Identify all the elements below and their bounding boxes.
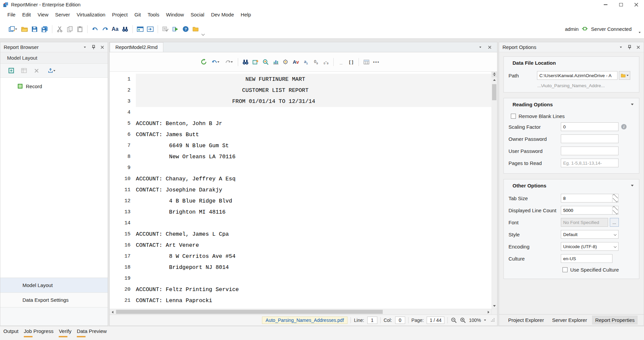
collapse-reading-options-icon[interactable] bbox=[631, 104, 634, 105]
line-text[interactable]: ACCOUNT: Feltz Printing Service bbox=[136, 284, 239, 295]
menu-item-help[interactable]: Help bbox=[237, 10, 255, 19]
line-text[interactable]: 8 W Cerritos Ave #54 bbox=[136, 251, 235, 262]
menu-item-social[interactable]: Social bbox=[187, 10, 208, 19]
document-tab[interactable]: ReportModel2.Rmd bbox=[110, 42, 163, 52]
open-file-button[interactable] bbox=[19, 24, 30, 34]
number-format-icon[interactable]: 0-9 bbox=[321, 57, 331, 67]
dataflow-designer-icon[interactable] bbox=[135, 24, 145, 34]
collapse-other-options-icon[interactable] bbox=[631, 185, 634, 186]
verify-icon[interactable] bbox=[160, 24, 170, 34]
close-panel-icon[interactable] bbox=[636, 45, 641, 50]
export-dropdown-icon[interactable] bbox=[53, 70, 55, 71]
tab-report-properties[interactable]: Report Properties bbox=[592, 316, 638, 325]
tree-item-record[interactable]: Record bbox=[0, 82, 108, 91]
line-text[interactable]: CONTACT: James Butt bbox=[136, 129, 199, 140]
vertical-scrollbar[interactable] bbox=[491, 72, 497, 309]
zoom-level[interactable]: 100% bbox=[469, 318, 481, 323]
line-text[interactable]: NEW FURTINURE MART bbox=[136, 74, 305, 85]
tab-server-explorer[interactable]: Server Explorer bbox=[549, 316, 590, 325]
brackets-icon[interactable]: [ ] bbox=[346, 57, 356, 67]
spin-down-icon[interactable] bbox=[612, 198, 618, 202]
user-name[interactable]: admin bbox=[565, 26, 579, 32]
auto-create-fields-icon[interactable] bbox=[251, 57, 261, 67]
pin-icon[interactable] bbox=[91, 45, 96, 50]
scroll-down-icon[interactable] bbox=[491, 303, 497, 309]
displayed-line-count-input[interactable] bbox=[561, 206, 612, 214]
menu-item-virtualization[interactable]: Virtualization bbox=[73, 10, 109, 19]
pin-icon[interactable] bbox=[627, 45, 632, 50]
close-panel-icon[interactable] bbox=[100, 45, 105, 50]
save-button[interactable] bbox=[30, 24, 40, 34]
culture-input[interactable] bbox=[561, 254, 612, 263]
sort-alpha-icon[interactable]: az bbox=[301, 57, 311, 67]
font-case-icon[interactable]: Aa bbox=[110, 24, 120, 34]
line-text[interactable]: ACCOUNT: Chemel, James L Cpa bbox=[136, 229, 229, 240]
table-view-icon[interactable] bbox=[361, 57, 371, 67]
menu-item-git[interactable]: Git bbox=[131, 10, 144, 19]
tab-size-input[interactable] bbox=[561, 194, 612, 202]
line-text[interactable]: ACCOUNT: Chanay, Jeffrey A Esq bbox=[136, 173, 235, 184]
browse-path-button[interactable] bbox=[619, 71, 630, 80]
find-icon[interactable] bbox=[120, 24, 130, 34]
browse-folder-icon[interactable] bbox=[191, 24, 201, 34]
paste-icon[interactable] bbox=[75, 24, 85, 34]
menu-item-file[interactable]: File bbox=[4, 10, 19, 19]
menu-item-view[interactable]: View bbox=[34, 10, 52, 19]
line-text[interactable]: CUSTOMER LIST REPORT bbox=[136, 85, 309, 96]
line-text[interactable]: FROM 01/01/14 TO 12/31/14 bbox=[136, 96, 315, 107]
workflow-designer-icon[interactable] bbox=[145, 24, 155, 34]
tab-size-stepper[interactable] bbox=[561, 194, 619, 203]
scaling-factor-input[interactable] bbox=[561, 122, 619, 131]
redo-icon[interactable] bbox=[100, 24, 110, 34]
export-layout-icon[interactable] bbox=[45, 67, 57, 75]
source-file-link[interactable]: Auto_Parsing_Names_Addresses.pdf bbox=[262, 317, 347, 324]
use-specified-culture-checkbox[interactable] bbox=[562, 267, 568, 272]
font-browse-button[interactable]: ... bbox=[610, 218, 619, 227]
line-text[interactable]: Brighton MI 48116 bbox=[136, 207, 225, 218]
menu-item-window[interactable]: Window bbox=[163, 10, 187, 19]
cut-icon[interactable] bbox=[55, 24, 65, 34]
split-editor-handle[interactable] bbox=[491, 72, 497, 77]
scroll-up-icon[interactable] bbox=[491, 77, 497, 83]
sort-numeric-icon[interactable]: 09 bbox=[311, 57, 321, 67]
encoding-select[interactable]: Unicode (UTF-8) bbox=[561, 242, 619, 251]
line-text[interactable]: 4 B Blue Ridge Blvd bbox=[136, 195, 232, 207]
menu-item-dev-mode[interactable]: Dev Mode bbox=[208, 10, 237, 19]
panel-item-model-layout[interactable]: Model Layout bbox=[0, 278, 108, 293]
tab-list-icon[interactable] bbox=[478, 45, 483, 50]
bottom-tab-job-progress[interactable]: Job Progress bbox=[24, 328, 53, 337]
remove-blank-lines-checkbox[interactable] bbox=[511, 114, 516, 119]
scroll-left-icon[interactable] bbox=[110, 309, 115, 315]
field-format-icon[interactable]: Av bbox=[291, 57, 301, 67]
editor-redo-icon[interactable] bbox=[222, 57, 235, 67]
line-text[interactable]: Bridgeport NJ 8014 bbox=[136, 262, 229, 273]
line-text[interactable]: CONTACT: Josephine Darakjy bbox=[136, 184, 222, 195]
menu-item-server[interactable]: Server bbox=[52, 10, 73, 19]
save-all-button[interactable] bbox=[40, 24, 50, 34]
horizontal-scrollbar[interactable] bbox=[110, 309, 497, 315]
new-document-dropdown-icon[interactable] bbox=[15, 29, 17, 30]
close-document-icon[interactable] bbox=[487, 45, 492, 50]
owner-password-input[interactable] bbox=[561, 134, 619, 143]
bottom-tab-data-preview[interactable]: Data Preview bbox=[77, 328, 107, 337]
copy-icon[interactable] bbox=[65, 24, 75, 34]
panel-menu-icon[interactable] bbox=[618, 45, 624, 50]
underline-region-icon[interactable]: _ bbox=[336, 57, 346, 67]
delete-node-icon[interactable] bbox=[33, 67, 41, 75]
line-text[interactable]: CONTACT: Lenna Paprocki bbox=[136, 295, 212, 306]
line-text[interactable]: ACCOUNT: Benton, John B Jr bbox=[136, 118, 222, 129]
panel-item-data-export-settings[interactable]: Data Export Settings bbox=[0, 293, 108, 307]
preview-data-icon[interactable] bbox=[271, 57, 281, 67]
menu-item-project[interactable]: Project bbox=[109, 10, 131, 19]
horizontal-scroll-track[interactable] bbox=[115, 309, 486, 315]
add-record-icon[interactable] bbox=[7, 67, 15, 75]
new-document-button[interactable] bbox=[6, 24, 19, 34]
user-password-input[interactable] bbox=[561, 147, 619, 155]
find-in-report-icon[interactable] bbox=[240, 57, 251, 67]
vertical-scroll-thumb[interactable] bbox=[492, 84, 496, 100]
scroll-right-icon[interactable] bbox=[486, 309, 491, 315]
path-input[interactable] bbox=[537, 71, 618, 80]
toolbar-options-icon[interactable] bbox=[639, 29, 641, 34]
close-button[interactable] bbox=[629, 0, 644, 9]
bottom-tab-verify[interactable]: Verify bbox=[59, 328, 71, 337]
